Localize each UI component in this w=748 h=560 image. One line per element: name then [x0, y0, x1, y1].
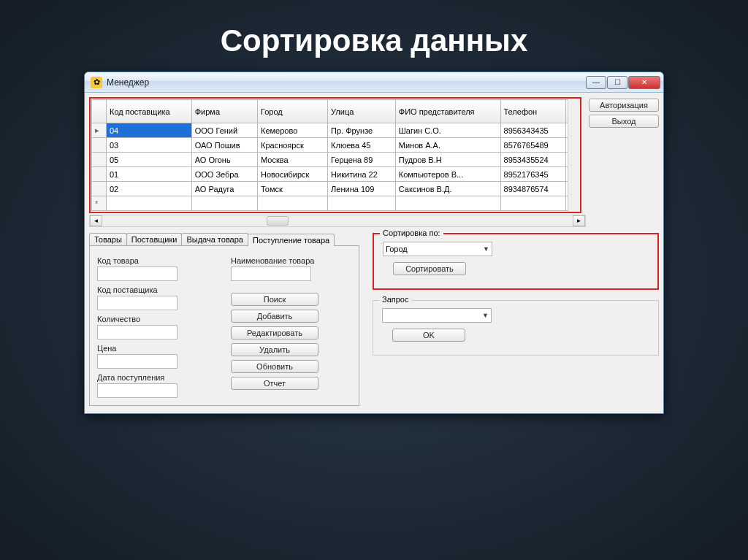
field-label: Дата поступления	[97, 373, 218, 382]
tabstrip: ТоварыПоставщикиВыдача товараПоступление…	[89, 233, 359, 245]
field-label: Код товара	[97, 256, 218, 265]
action-button[interactable]: Удалить	[231, 343, 318, 356]
column-header[interactable]: Улица	[328, 100, 396, 123]
table-cell[interactable]: 8952176345	[500, 167, 565, 182]
sort-groupbox: Сортировка по: Город ▼ Сортировать	[373, 233, 659, 290]
chevron-down-icon: ▼	[483, 245, 489, 253]
tab-0[interactable]: Товары	[89, 233, 127, 245]
app-window: ✿ Менеджер — ☐ ✕ Код поставщикаФирмаГоро…	[84, 72, 664, 414]
table-cell[interactable]: Пр. Фрунзе	[328, 123, 396, 138]
table-row[interactable]: 01ООО ЗебраНовосибирскНикитина 22Компьют…	[92, 167, 579, 182]
table-cell[interactable]: 04	[107, 123, 192, 138]
slide-title: Сортировка данных	[0, 0, 748, 72]
table-cell[interactable]: 8953435524	[500, 153, 565, 167]
field-label: Наименование товара	[231, 256, 351, 265]
table-cell[interactable]: Минов А.А.	[395, 138, 500, 153]
tab-2[interactable]: Выдача товара	[181, 233, 248, 245]
action-button[interactable]: Добавить	[231, 310, 318, 323]
sort-button[interactable]: Сортировать	[393, 262, 466, 275]
tab-3[interactable]: Поступление товара	[248, 234, 335, 246]
auth-button[interactable]: Авторизация	[589, 99, 659, 112]
app-icon: ✿	[91, 77, 102, 88]
form-field[interactable]	[97, 266, 178, 281]
tab-1[interactable]: Поставщики	[126, 233, 183, 245]
column-header[interactable]: Город	[258, 100, 328, 123]
table-cell[interactable]: Никитина 22	[328, 167, 396, 182]
table-cell[interactable]: ОАО Пошив	[191, 138, 257, 153]
table-cell[interactable]: 01	[107, 167, 192, 182]
table-cell[interactable]: Новосибирск	[258, 167, 328, 182]
table-cell[interactable]: 03	[107, 138, 192, 153]
close-button[interactable]: ✕	[628, 76, 660, 89]
table-cell[interactable]: ООО Гений	[191, 123, 257, 138]
sort-field-value: Город	[386, 245, 408, 253]
table-cell[interactable]: ООО Зебра	[191, 167, 257, 182]
horizontal-scrollbar[interactable]: ◄ ►	[89, 215, 586, 227]
table-cell[interactable]: 02	[107, 182, 192, 196]
item-name-field[interactable]	[231, 266, 311, 281]
table-cell[interactable]: Пудров В.Н	[395, 153, 500, 167]
table-cell[interactable]: Томск	[258, 182, 328, 196]
table-cell[interactable]: Москва	[258, 153, 328, 167]
query-combo[interactable]: ▼	[382, 308, 492, 323]
table-cell[interactable]: 8934876574	[500, 182, 565, 196]
sort-legend: Сортировка по:	[380, 229, 443, 237]
table-cell[interactable]: Красноярск	[258, 138, 328, 153]
tab-body: Код товараКод поставщикаКоличествоЦенаДа…	[89, 245, 359, 406]
table-row[interactable]: 05АО ОгоньМоскваГерцена 89Пудров В.Н8953…	[92, 153, 579, 167]
table-cell[interactable]: 8576765489	[500, 138, 565, 153]
action-button[interactable]: Обновить	[231, 360, 318, 373]
suppliers-grid[interactable]: Код поставщикаФирмаГородУлицаФИО предста…	[89, 97, 581, 213]
table-cell[interactable]: Компьютеров В...	[395, 167, 500, 182]
sort-field-combo[interactable]: Город ▼	[383, 242, 492, 256]
window-title: Менеджер	[107, 77, 586, 88]
action-button[interactable]: Редактировать	[231, 326, 318, 340]
table-row[interactable]: 03ОАО ПошивКрасноярскКлюева 45Минов А.А.…	[92, 138, 579, 153]
query-legend: Запрос	[379, 295, 411, 304]
table-cell[interactable]: АО Радуга	[191, 182, 257, 196]
table-cell[interactable]: Кемерово	[258, 123, 328, 138]
maximize-button[interactable]: ☐	[607, 76, 627, 89]
table-cell[interactable]: 05	[107, 153, 192, 167]
form-field[interactable]	[97, 296, 178, 310]
minimize-button[interactable]: —	[586, 76, 606, 89]
form-field[interactable]	[97, 354, 178, 369]
table-cell[interactable]: Ленина 109	[328, 182, 396, 196]
table-cell[interactable]: Клюева 45	[328, 138, 396, 153]
query-groupbox: Запрос ▼ OK	[373, 300, 659, 356]
table-cell[interactable]: Шагин С.О.	[395, 123, 500, 138]
field-label: Код поставщика	[97, 285, 218, 294]
column-header[interactable]: ФИО представителя	[395, 100, 500, 123]
titlebar[interactable]: ✿ Менеджер — ☐ ✕	[85, 72, 663, 93]
form-field[interactable]	[97, 325, 178, 340]
action-button[interactable]: Поиск	[231, 293, 318, 306]
table-cell[interactable]: 8956343435	[500, 123, 565, 138]
table-cell[interactable]: АО Огонь	[191, 153, 257, 167]
exit-button[interactable]: Выход	[589, 115, 659, 128]
table-row[interactable]: 02АО РадугаТомскЛенина 109Саксинов В.Д.8…	[92, 182, 579, 196]
scroll-right-icon[interactable]: ►	[573, 215, 585, 226]
scroll-thumb[interactable]	[267, 216, 289, 226]
column-header[interactable]: Телефон	[500, 100, 565, 123]
action-button[interactable]: Отчет	[231, 377, 318, 390]
column-header[interactable]: Код поставщика	[107, 100, 192, 123]
form-field[interactable]	[97, 383, 178, 398]
field-label: Количество	[97, 315, 218, 323]
scroll-left-icon[interactable]: ◄	[90, 215, 102, 226]
column-header[interactable]: Фирма	[191, 100, 257, 123]
chevron-down-icon: ▼	[482, 312, 489, 319]
table-cell[interactable]: Герцена 89	[328, 153, 396, 167]
field-label: Цена	[97, 344, 218, 353]
query-ok-button[interactable]: OK	[392, 329, 465, 342]
table-row[interactable]: ▸04ООО ГенийКемеровоПр. ФрунзеШагин С.О.…	[92, 123, 579, 138]
vertical-scrollbar[interactable]	[568, 99, 580, 212]
table-cell[interactable]: Саксинов В.Д.	[395, 182, 500, 196]
